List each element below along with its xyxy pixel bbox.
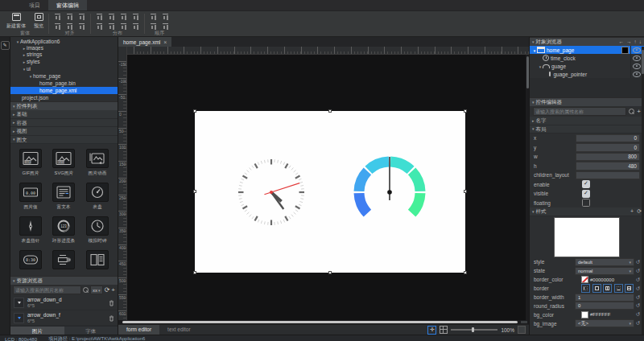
bring-forward-icon[interactable] [150, 13, 157, 20]
section-layout[interactable]: 布局 [530, 125, 644, 134]
zoom-slider-thumb[interactable] [472, 327, 474, 333]
resource-browser-header[interactable]: 资源浏览器 [10, 276, 118, 285]
align-top-icon[interactable] [54, 13, 61, 20]
preview-button[interactable]: 预览 [34, 13, 43, 30]
draw-tool-icon[interactable]: ✎ [1, 41, 10, 50]
round-radius-input[interactable]: 0 [575, 302, 634, 310]
resource-item[interactable]: arrow_down_d 6*5 [10, 295, 118, 310]
style-select[interactable]: default [575, 258, 634, 266]
new-form-button[interactable]: 新建窗体 [6, 13, 26, 30]
move-up-icon[interactable]: ↑ [634, 38, 637, 46]
visibility-toggle[interactable] [630, 70, 642, 78]
reset-icon[interactable]: ↺ [634, 277, 642, 283]
close-icon[interactable] [163, 39, 167, 45]
canvas-viewport[interactable]: -150-100-5005010015020025030035040045050… [118, 55, 529, 320]
border-horizontal-button[interactable] [625, 284, 634, 293]
border-left-button[interactable] [581, 284, 590, 293]
widget-gauge-pointer[interactable]: 表盘指针 [14, 214, 47, 248]
send-back-icon[interactable] [162, 23, 169, 30]
fit-zoom-icon[interactable] [518, 326, 526, 334]
distribute-v4-icon[interactable] [132, 23, 139, 30]
selection-handle[interactable] [328, 271, 332, 274]
tab-form-editor[interactable]: form editor [118, 325, 159, 335]
y-input[interactable]: 0 [576, 143, 640, 152]
move-right-icon[interactable]: → [626, 38, 632, 46]
object-item-guage[interactable]: guage [530, 62, 644, 70]
reset-icon[interactable]: ↺ [634, 286, 642, 292]
bg-color-swatch[interactable] [581, 311, 588, 318]
menu-tab-form-edit[interactable]: 窗体编辑 [48, 0, 87, 10]
tree-item-project-json[interactable]: project.json [10, 94, 118, 101]
reset-icon[interactable]: ↺ [634, 302, 642, 309]
property-search-input[interactable] [533, 107, 626, 116]
horizontal-scrollbar-track[interactable] [118, 320, 529, 324]
object-item-time-clock[interactable]: time_clock [530, 54, 644, 62]
visibility-toggle[interactable] [630, 46, 642, 54]
delete-resource-icon[interactable] [109, 295, 114, 310]
move-down-icon[interactable]: ↓ [639, 38, 642, 46]
selection-handle[interactable] [193, 190, 196, 193]
align-bottom-icon[interactable] [78, 13, 85, 20]
menu-tab-project[interactable]: 项目 [21, 0, 48, 10]
widget-svg-image[interactable]: SVG SVG图片 [47, 146, 81, 180]
move-left-icon[interactable]: ← [619, 38, 625, 46]
style-swatch[interactable] [621, 47, 629, 54]
resource-item[interactable]: arrow_down_f 6*5 [10, 310, 118, 326]
zoom-slider[interactable] [451, 329, 497, 331]
align-right-icon[interactable] [78, 23, 85, 30]
w-input[interactable]: 800 [576, 153, 640, 162]
widget-image-value[interactable]: 0.00 图片值 [14, 180, 47, 214]
category-view[interactable]: 视图 [10, 127, 118, 136]
tab-images[interactable]: 图片 [10, 326, 64, 335]
add-style-icon[interactable]: + [630, 207, 634, 216]
widget-list-view[interactable] [80, 248, 114, 276]
add-resource-icon[interactable]: + [111, 287, 115, 294]
align-center-icon[interactable] [66, 23, 73, 30]
move-tool-icon[interactable]: ✛ [427, 326, 436, 335]
floating-checkbox[interactable] [582, 199, 590, 207]
tree-item-root[interactable]: AwtkApplication6 [10, 38, 118, 45]
category-image-text[interactable]: 图文 [10, 136, 118, 145]
tree-item-ui[interactable]: ui [10, 65, 118, 72]
distribute-v3-icon[interactable] [120, 23, 127, 30]
distribute-v1-icon[interactable] [96, 23, 103, 30]
reset-icon[interactable]: ↺ [634, 259, 642, 265]
design-page[interactable] [195, 111, 465, 273]
category-container[interactable]: 容器 [10, 119, 118, 128]
widget-list-header[interactable]: 控件列表 [10, 101, 118, 110]
enable-checkbox[interactable] [582, 180, 590, 188]
selection-handle[interactable] [464, 271, 467, 274]
grid-toggle-icon[interactable] [440, 326, 448, 334]
h-input[interactable]: 480 [576, 162, 640, 170]
selection-handle[interactable] [464, 190, 467, 193]
selection-handle[interactable] [464, 109, 467, 113]
visible-checkbox[interactable] [582, 190, 590, 198]
border-color-swatch[interactable] [581, 276, 588, 283]
object-item-home-page[interactable]: home_page [530, 46, 644, 54]
distribute-h4-icon[interactable] [132, 13, 139, 20]
visibility-toggle[interactable] [630, 62, 642, 70]
widget-image-animation[interactable]: 图片动画 [80, 146, 114, 180]
align-left-icon[interactable] [54, 23, 61, 30]
border-bottom-button[interactable] [614, 284, 623, 293]
widget-gif-image[interactable]: GIF GIF图片 [14, 146, 47, 180]
selection-handle[interactable] [193, 271, 196, 274]
reset-icon[interactable]: ↺ [634, 320, 642, 327]
tree-item-home-page-xml[interactable]: home_page.xml [10, 87, 118, 94]
object-browser-header[interactable]: 对象浏览器 ← → ↑ ↓ [530, 37, 644, 46]
reset-icon[interactable]: ↺ [634, 294, 642, 301]
add-property-icon[interactable]: + [637, 109, 641, 115]
bring-front-icon[interactable] [150, 23, 157, 30]
distribute-v2-icon[interactable] [108, 23, 115, 30]
bg-image-select[interactable]: <无> [575, 319, 634, 327]
x-input[interactable]: 0 [576, 134, 640, 143]
distribute-h1-icon[interactable] [96, 13, 103, 20]
selection-handle[interactable] [328, 109, 332, 113]
widget-gauge[interactable]: 表盘 [80, 180, 114, 214]
refresh-icon[interactable]: ⟳ [105, 287, 110, 294]
analog-clock-widget[interactable] [238, 159, 304, 225]
border-width-input[interactable]: 1 [575, 294, 634, 302]
section-style[interactable]: 样式 +⟳ [530, 207, 644, 216]
widget-circle-progress[interactable]: 123 环形进度条 [47, 214, 81, 248]
widget-analog-clock[interactable]: 模拟时钟 [80, 214, 114, 248]
